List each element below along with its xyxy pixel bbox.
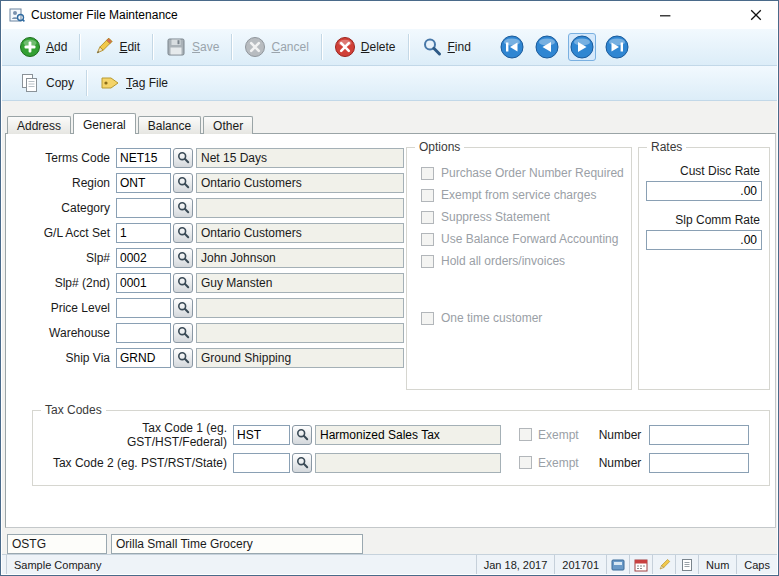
save-label: Save: [192, 40, 219, 54]
tax-codes-group-title: Tax Codes: [41, 403, 106, 417]
add-label: Add: [46, 40, 67, 54]
slp-description: [196, 248, 404, 268]
add-button[interactable]: Add: [10, 31, 76, 63]
next-record-button[interactable]: [568, 33, 596, 61]
tax-2-number-input[interactable]: [649, 453, 749, 473]
minimize-button[interactable]: [643, 1, 688, 29]
last-record-button[interactable]: [603, 33, 631, 61]
toolbar-separator: [152, 34, 153, 60]
tax-code-1-input[interactable]: [233, 425, 290, 445]
tax-2-exempt-label: Exempt: [538, 456, 579, 470]
options-group-title: Options: [415, 140, 464, 154]
pencil-icon: [657, 558, 671, 572]
num-lock-label: Num: [706, 559, 729, 571]
statusbar-pencil-button[interactable]: [652, 555, 675, 574]
ship-via-input[interactable]: [116, 348, 171, 368]
tax-code-2-lookup-button[interactable]: [292, 453, 312, 473]
fiscal-period: 201701: [562, 559, 599, 571]
slp-comm-rate-input[interactable]: [646, 230, 762, 250]
option-exempt-service: Exempt from service charges: [421, 188, 631, 202]
delete-button[interactable]: Delete: [325, 31, 405, 63]
app-icon: [9, 7, 25, 23]
price-level-lookup-button[interactable]: [173, 298, 193, 318]
tax-2-exempt-checkbox: [519, 456, 532, 469]
option-po-required: Purchase Order Number Required: [421, 166, 631, 180]
slp-lookup-button[interactable]: [173, 248, 193, 268]
edit-button[interactable]: Edit: [83, 31, 149, 63]
toolbar-secondary: Copy Tag File: [2, 66, 777, 101]
tax-2-number-label: Number: [599, 456, 642, 470]
balance-forward-checkbox: [421, 233, 434, 246]
find-button[interactable]: Find: [412, 31, 480, 63]
suppress-statement-checkbox: [421, 211, 434, 224]
region-description: [196, 173, 404, 193]
option-suppress-statement: Suppress Statement: [421, 210, 631, 224]
tax-1-exempt-checkbox: [519, 428, 532, 441]
tag-file-button[interactable]: Tag File: [90, 67, 177, 99]
previous-record-button[interactable]: [533, 33, 561, 61]
statusbar-company: Sample Company: [6, 555, 108, 574]
terms-code-input[interactable]: [116, 148, 171, 168]
slp2-input[interactable]: [116, 273, 171, 293]
tab-address[interactable]: Address: [7, 116, 71, 134]
close-button[interactable]: [733, 1, 778, 29]
option-one-time-customer: One time customer: [421, 311, 542, 325]
slp2-label: Slp# (2nd): [18, 276, 116, 290]
category-label: Category: [18, 201, 116, 215]
tax-2-exempt: Exempt: [519, 456, 579, 470]
tabstrip: Address General Balance Other: [7, 113, 255, 134]
toolbar-separator: [321, 34, 322, 60]
tab-other[interactable]: Other: [203, 116, 253, 134]
tax-code-1-lookup-button[interactable]: [292, 425, 312, 445]
warehouse-input[interactable]: [116, 323, 171, 343]
gl-acct-set-label: G/L Acct Set: [18, 226, 116, 240]
statusbar-page-button[interactable]: [675, 555, 698, 574]
region-lookup-button[interactable]: [173, 173, 193, 193]
terms-code-label: Terms Code: [18, 151, 116, 165]
tax-1-number-label: Number: [599, 428, 642, 442]
region-input[interactable]: [116, 173, 171, 193]
tag-file-icon: [99, 72, 121, 94]
warehouse-lookup-button[interactable]: [173, 323, 193, 343]
statusbar-date: Jan 18, 2017: [476, 555, 555, 574]
tax-1-number-input[interactable]: [649, 425, 749, 445]
close-icon: [750, 9, 762, 21]
disk-icon: [611, 558, 625, 572]
session-date: Jan 18, 2017: [484, 559, 548, 571]
one-time-customer-checkbox: [421, 312, 434, 325]
cancel-icon: [244, 36, 266, 58]
category-input[interactable]: [116, 198, 171, 218]
tab-general[interactable]: General: [73, 113, 136, 134]
category-description: [196, 198, 404, 218]
tax-code-1-description: [315, 425, 501, 445]
first-record-button[interactable]: [498, 33, 526, 61]
slp-comm-rate-label: Slp Comm Rate: [646, 213, 760, 227]
toolbar-separator: [79, 34, 80, 60]
customer-code-field[interactable]: [7, 534, 107, 554]
terms-code-row: Terms Code: [18, 147, 404, 168]
copy-label: Copy: [46, 76, 74, 90]
tab-balance[interactable]: Balance: [138, 116, 201, 134]
cust-disc-rate-input[interactable]: [646, 181, 762, 201]
copy-button[interactable]: Copy: [10, 67, 83, 99]
gl-acct-set-lookup-button[interactable]: [173, 223, 193, 243]
terms-code-description: [196, 148, 404, 168]
slp-input[interactable]: [116, 248, 171, 268]
tax-code-2-input[interactable]: [233, 453, 290, 473]
category-lookup-button[interactable]: [173, 198, 193, 218]
price-level-input[interactable]: [116, 298, 171, 318]
terms-code-lookup-button[interactable]: [173, 148, 193, 168]
calendar-icon: [634, 558, 648, 572]
statusbar-period: 201701: [554, 555, 606, 574]
gl-acct-set-input[interactable]: [116, 223, 171, 243]
rates-group: Rates Cust Disc Rate Slp Comm Rate: [638, 147, 770, 390]
exempt-service-checkbox: [421, 189, 434, 202]
slp2-lookup-button[interactable]: [173, 273, 193, 293]
toolbar-main: Add Edit Save Cancel Delete Find: [2, 29, 777, 66]
statusbar-disk-button[interactable]: [606, 555, 629, 574]
find-icon: [421, 36, 443, 58]
statusbar-calendar-button[interactable]: [629, 555, 652, 574]
ship-via-lookup-button[interactable]: [173, 348, 193, 368]
delete-icon: [334, 36, 356, 58]
minimize-icon: [660, 10, 671, 21]
